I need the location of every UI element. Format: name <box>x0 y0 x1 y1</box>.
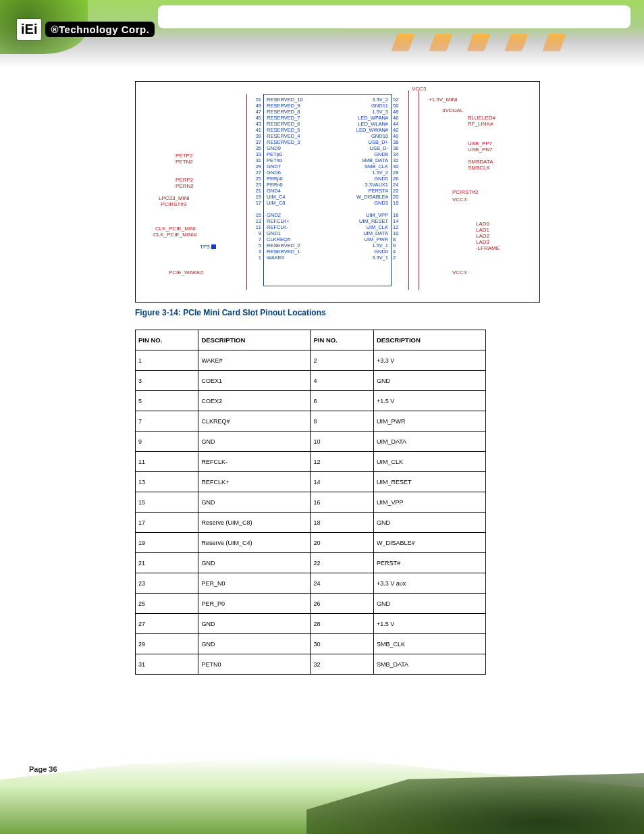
table-row: 1WAKE#2+3.3 V <box>136 350 486 371</box>
table-row: 15GND16UIM_VPP <box>136 492 486 513</box>
table-cell: 24 <box>311 573 373 594</box>
probe-icon <box>211 244 216 249</box>
table-cell: 19 <box>136 533 198 553</box>
table-row: 21GND22PERST# <box>136 553 486 573</box>
table-cell: 29 <box>136 634 198 654</box>
table-cell: +1.5 V <box>373 391 485 411</box>
table-cell: 10 <box>311 432 373 452</box>
table-body: 1WAKE#2+3.3 V3COEX14GND5COEX26+1.5 V7CLK… <box>136 350 486 675</box>
ext-pcirst3: PCIRST#3 <box>452 189 478 195</box>
table-cell: 31 <box>136 654 198 675</box>
table-cell: 1 <box>136 350 198 371</box>
table-cell: UIM_VPP <box>373 492 485 513</box>
table-row: 25PER_P026GND <box>136 594 486 614</box>
ext-petn2: PETN2 <box>176 159 193 165</box>
header-white-panel: NANO-PV-D4252/N4552/D5252 EPIC SBC <box>158 5 630 28</box>
table-cell: 27 <box>136 614 198 634</box>
ext-lad1: LAD1 <box>476 227 489 233</box>
ext-blueled: BLUELED# <box>468 115 495 121</box>
table-cell: 6 <box>311 391 373 411</box>
table-cell: 32 <box>311 654 373 675</box>
table-cell: Reserve (UIM_C8) <box>198 513 311 533</box>
table-cell: 9 <box>136 432 198 452</box>
ext-pern2: PERN2 <box>176 183 194 189</box>
logo-icon: iEi <box>17 19 41 40</box>
chip-left-pins: RESERVED_10 RESERVED_9 RESERVED_8 RESERV… <box>267 97 303 261</box>
table-row: 17Reserve (UIM_C8)18GND <box>136 513 486 533</box>
table-cell: SMB_DATA <box>373 654 485 675</box>
table-cell: GND <box>198 432 311 452</box>
th-desc1: DESCRIPTION <box>198 330 311 350</box>
table-cell: 26 <box>311 594 373 614</box>
table-cell: CLKREQ# <box>198 411 311 432</box>
table-cell: 4 <box>311 371 373 391</box>
table-cell: COEX1 <box>198 371 311 391</box>
table-cell: W_DISABLE# <box>373 533 485 553</box>
ext-lad2: LAD2 <box>476 233 489 239</box>
table-cell: GND <box>198 492 311 513</box>
table-cell: 3 <box>136 371 198 391</box>
ext-dual: 3VDUAL <box>442 107 463 113</box>
table-cell: +3.3 V <box>373 350 485 371</box>
table-cell: 16 <box>311 492 373 513</box>
bottom-banner <box>0 756 644 834</box>
table-cell: 5 <box>136 391 198 411</box>
table-cell: 25 <box>136 594 198 614</box>
table-cell: 13 <box>136 472 198 492</box>
ext-smbclk: SMBCLK <box>468 165 490 171</box>
table-cell: 14 <box>311 472 373 492</box>
table-row: 31PETN032SMB_DATA <box>136 654 486 675</box>
table-cell: UIM_DATA <box>373 432 485 452</box>
table-row: 13REFCLK+14UIM_RESET <box>136 472 486 492</box>
ext-smbdata: SMBDATA <box>468 159 493 165</box>
table-cell: 28 <box>311 614 373 634</box>
ext-rflink: RF_LINK# <box>468 121 493 127</box>
ext-clk-n: CLK_PCIE_MINI# <box>153 232 196 238</box>
decorative-bars <box>394 34 563 51</box>
ext-usbpp: USB_PP7 <box>468 140 492 147</box>
th-pin2: PIN NO. <box>311 330 373 350</box>
table-cell: 15 <box>136 492 198 513</box>
table-cell: 21 <box>136 553 198 573</box>
table-row: 11REFCLK-12UIM_CLK <box>136 452 486 472</box>
chip-right-numbers: 52 50 48 46 44 42 40 38 36 34 32 30 28 2… <box>393 97 398 261</box>
ext-lframe: -LFRAME <box>476 245 500 251</box>
table-cell: 7 <box>136 411 198 432</box>
table-cell: GND <box>373 513 485 533</box>
table-cell: GND <box>198 553 311 573</box>
ext-lad3: LAD3 <box>476 239 489 245</box>
table-cell: PER_N0 <box>198 573 311 594</box>
ext-lpc33: LPC33_MINI <box>159 195 190 201</box>
schematic-figure: VCC3 RESERVED_10 RESERVED_9 RESERVED_8 R… <box>135 81 540 303</box>
th-pin1: PIN NO. <box>136 330 198 350</box>
brand-bar: iEi ®Technology Corp. <box>17 19 155 40</box>
table-cell: REFCLK+ <box>198 472 311 492</box>
table-cell: GND <box>373 371 485 391</box>
table-cell: UIM_CLK <box>373 452 485 472</box>
table-cell: 30 <box>311 634 373 654</box>
table-cell: +1.5 V <box>373 614 485 634</box>
table-cell: PERST# <box>373 553 485 573</box>
table-row: 7CLKREQ#8UIM_PWR <box>136 411 486 432</box>
table-cell: GND <box>198 634 311 654</box>
table-cell: PER_P0 <box>198 594 311 614</box>
table-row: 5COEX26+1.5 V <box>136 391 486 411</box>
table-row: 23PER_N024+3.3 V aux <box>136 573 486 594</box>
table-cell: 11 <box>136 452 198 472</box>
table-row: 3COEX14GND <box>136 371 486 391</box>
ext-petp2: PETP2 <box>176 153 192 159</box>
ext-lad0: LAD0 <box>476 221 489 227</box>
ext-mini15: +1.5V_MINI <box>429 97 457 103</box>
table-row: 19Reserve (UIM_C4)20W_DISABLE# <box>136 533 486 553</box>
table-cell: UIM_RESET <box>373 472 485 492</box>
table-cell: WAKE# <box>198 350 311 371</box>
figure-caption: Figure 3-14: PCIe Mini Card Slot Pinout … <box>135 308 644 317</box>
ext-wake: PCIE_WAKE# <box>169 269 203 276</box>
th-desc2: DESCRIPTION <box>373 330 485 350</box>
table-header-row: PIN NO. DESCRIPTION PIN NO. DESCRIPTION <box>136 330 486 350</box>
table-cell: 8 <box>311 411 373 432</box>
table-cell: 22 <box>311 553 373 573</box>
ext-pcirst: PCIRST#3 <box>161 201 186 207</box>
table-cell: 2 <box>311 350 373 371</box>
table-cell: REFCLK- <box>198 452 311 472</box>
